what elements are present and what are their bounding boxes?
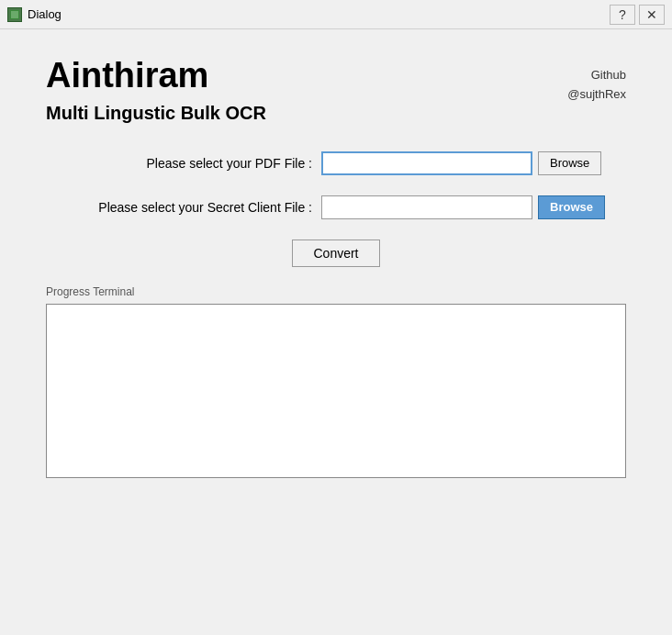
app-subtitle: Multi Lingustic Bulk OCR: [46, 103, 266, 124]
main-content: Ainthiram Multi Lingustic Bulk OCR Githu…: [0, 29, 672, 500]
help-button[interactable]: ?: [610, 5, 635, 25]
window-icon-inner: [10, 10, 19, 19]
app-title: Ainthiram: [46, 57, 266, 95]
github-info: Github @sujthRex: [567, 66, 626, 105]
convert-button[interactable]: Convert: [292, 240, 380, 267]
close-button[interactable]: ✕: [639, 5, 665, 25]
pdf-file-label: Please select your PDF File :: [46, 156, 312, 171]
github-label: Github: [567, 66, 626, 85]
pdf-browse-button[interactable]: Browse: [538, 151, 601, 175]
secret-file-row: Please select your Secret Client File : …: [46, 195, 626, 219]
header-section: Ainthiram Multi Lingustic Bulk OCR Githu…: [46, 57, 626, 124]
progress-section: Progress Terminal: [46, 285, 626, 482]
title-bar-left: Dialog: [7, 7, 62, 22]
app-branding: Ainthiram Multi Lingustic Bulk OCR: [46, 57, 266, 124]
secret-file-input[interactable]: [321, 195, 532, 219]
convert-section: Convert: [46, 240, 626, 267]
window-title: Dialog: [28, 7, 62, 21]
pdf-file-input[interactable]: [321, 151, 532, 175]
secret-browse-button[interactable]: Browse: [538, 195, 605, 219]
progress-label: Progress Terminal: [46, 285, 626, 298]
github-handle: @sujthRex: [567, 85, 626, 105]
pdf-file-row: Please select your PDF File : Browse: [46, 151, 626, 175]
title-bar-controls: ? ✕: [610, 5, 665, 25]
secret-file-label: Please select your Secret Client File :: [46, 200, 312, 215]
progress-terminal[interactable]: [46, 304, 626, 478]
form-section: Please select your PDF File : Browse Ple…: [46, 151, 626, 219]
window-icon: [7, 7, 22, 22]
title-bar: Dialog ? ✕: [0, 0, 672, 29]
